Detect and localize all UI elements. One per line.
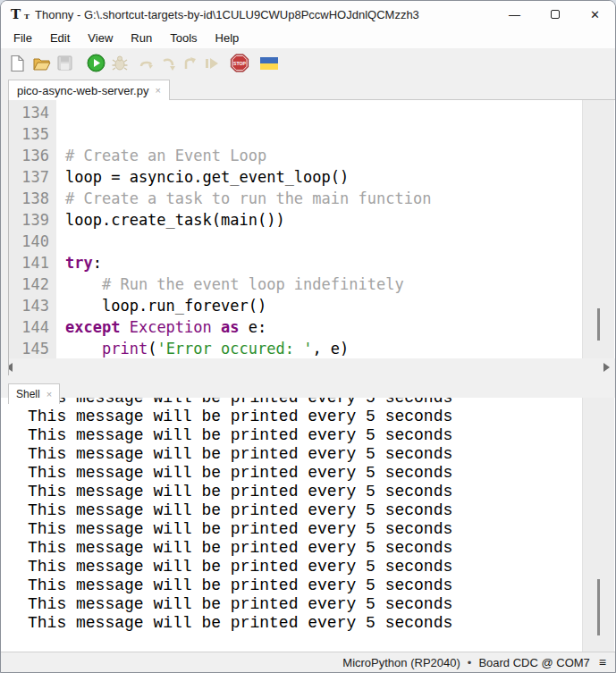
tab-shell[interactable]: Shell × — [8, 383, 60, 404]
line-number: 140 — [9, 231, 56, 252]
svg-text:STOP: STOP — [233, 61, 247, 66]
shell-line: This message will be printed every 5 sec… — [9, 483, 582, 501]
code-line: loop.create_task(main()) — [65, 209, 582, 231]
line-number: 136 — [9, 145, 56, 166]
save-file-button[interactable] — [55, 54, 74, 73]
line-number: 142 — [9, 273, 56, 295]
menu-tools[interactable]: Tools — [161, 29, 206, 46]
debug-bug-icon — [111, 55, 129, 72]
tab-close-icon[interactable]: × — [155, 85, 160, 96]
step-over-icon — [139, 55, 156, 72]
code-line: except Exception as e: — [65, 316, 582, 338]
open-folder-icon — [32, 55, 51, 72]
close-button[interactable]: ✕ — [575, 1, 615, 28]
code-line — [65, 102, 582, 123]
new-file-icon — [9, 55, 26, 72]
editor-gutter: 134135136137138139140141142143144145 — [9, 100, 56, 358]
shell-tab-close-icon[interactable]: × — [46, 389, 52, 400]
shell-tab-label: Shell — [16, 388, 40, 400]
toolbar: STOP — [1, 48, 615, 78]
line-number: 145 — [9, 338, 56, 359]
editor-horizontal-scrollbar[interactable] — [1, 358, 615, 375]
line-number: 139 — [9, 209, 56, 231]
run-button[interactable] — [86, 54, 105, 73]
shell-line: This message will be printed every 5 sec… — [9, 595, 582, 614]
shell-line: This message will be printed every 5 sec… — [9, 408, 582, 426]
shell-scroll-thumb[interactable] — [597, 579, 600, 635]
code-line: # Run the event loop indefinitely — [65, 273, 582, 295]
step-into-icon — [160, 55, 178, 72]
shell-line: This message will be printed every 5 sec… — [9, 614, 582, 633]
editor-vertical-scrollbar[interactable] — [582, 100, 614, 358]
step-out-icon — [181, 55, 199, 72]
line-number: 141 — [9, 252, 56, 273]
line-number: 138 — [9, 188, 56, 209]
interpreter-status[interactable]: MicroPython (RP2040) — [342, 656, 460, 669]
shell-tab-bar — [1, 383, 615, 398]
port-status[interactable]: Board CDC @ COM7 — [478, 656, 589, 669]
run-play-icon — [87, 54, 105, 72]
menu-run[interactable]: Run — [122, 29, 161, 46]
code-line: # Create an Event Loop — [65, 145, 582, 166]
code-line — [65, 123, 582, 145]
new-file-button[interactable] — [7, 54, 27, 73]
thonny-app-icon: TT — [11, 7, 26, 22]
line-number: 134 — [9, 102, 56, 123]
menu-edit[interactable]: Edit — [41, 29, 79, 46]
line-number: 135 — [9, 123, 56, 145]
shell-output-lines: This message will be printed every 5 sec… — [9, 398, 582, 633]
maximize-button[interactable] — [535, 1, 575, 28]
shell-line: This message will be printed every 5 sec… — [9, 426, 582, 445]
line-number: 143 — [9, 295, 56, 316]
shell-line: This message will be printed every 5 sec… — [9, 398, 582, 408]
stop-button[interactable]: STOP — [230, 54, 249, 73]
resume-button[interactable] — [202, 54, 222, 73]
status-bar: MicroPython (RP2040) • Board CDC @ COM7 … — [1, 652, 615, 672]
step-out-button[interactable] — [181, 54, 200, 73]
shell-line: This message will be printed every 5 sec… — [9, 445, 582, 464]
step-over-button[interactable] — [138, 54, 157, 73]
scroll-right-arrow-icon[interactable] — [603, 363, 610, 372]
maximize-icon — [551, 10, 560, 19]
resume-play-icon — [203, 55, 221, 72]
close-icon: ✕ — [590, 8, 600, 21]
menu-file[interactable]: File — [4, 29, 41, 46]
shell-pane[interactable]: This message will be printed every 5 sec… — [1, 398, 615, 652]
open-file-button[interactable] — [31, 54, 51, 73]
code-line — [65, 231, 582, 252]
save-floppy-icon — [56, 55, 73, 72]
menu-view[interactable]: View — [79, 29, 122, 46]
shell-vertical-scrollbar[interactable] — [582, 398, 614, 652]
ukraine-flag-icon — [260, 57, 278, 70]
minimize-button[interactable]: — — [494, 1, 535, 28]
code-line: loop.run_forever() — [65, 295, 582, 316]
code-line: # Create a task to run the main function — [65, 188, 582, 209]
backend-menu-icon[interactable]: ≡ — [599, 655, 606, 669]
status-separator: • — [468, 656, 472, 669]
window-title: Thonny - G:\.shortcut-targets-by-id\1CUL… — [35, 8, 419, 21]
menu-help[interactable]: Help — [207, 29, 249, 46]
editor-code[interactable]: # Create an Event Looploop = asyncio.get… — [56, 100, 582, 358]
thonny-window: TT Thonny - G:\.shortcut-targets-by-id\1… — [0, 0, 616, 673]
step-into-button[interactable] — [159, 54, 179, 73]
line-number: 137 — [9, 166, 56, 188]
shell-line: This message will be printed every 5 sec… — [9, 520, 582, 539]
editor-scroll-thumb[interactable] — [597, 308, 600, 341]
tab-pico-async-web-server[interactable]: pico-async-web-server.py × — [8, 80, 170, 100]
code-line: print('Error occured: ', e) — [65, 338, 582, 358]
shell-line: This message will be printed every 5 sec… — [9, 501, 582, 520]
shell-output[interactable]: This message will be printed every 5 sec… — [9, 398, 582, 652]
editor-left-border — [1, 98, 9, 375]
stop-sign-icon: STOP — [230, 53, 249, 73]
line-number: 144 — [9, 316, 56, 338]
shell-line: This message will be printed every 5 sec… — [9, 464, 582, 483]
ukraine-flag-button[interactable] — [259, 54, 279, 73]
pane-divider[interactable] — [1, 375, 615, 383]
menu-bar: File Edit View Run Tools Help — [1, 28, 615, 48]
window-controls: — ✕ — [494, 1, 615, 28]
editor-pane[interactable]: 134135136137138139140141142143144145 # C… — [1, 99, 615, 358]
debug-button[interactable] — [110, 54, 130, 73]
code-line: loop = asyncio.get_event_loop() — [65, 166, 582, 188]
shell-line: This message will be printed every 5 sec… — [9, 558, 582, 576]
code-line: try: — [65, 252, 582, 273]
